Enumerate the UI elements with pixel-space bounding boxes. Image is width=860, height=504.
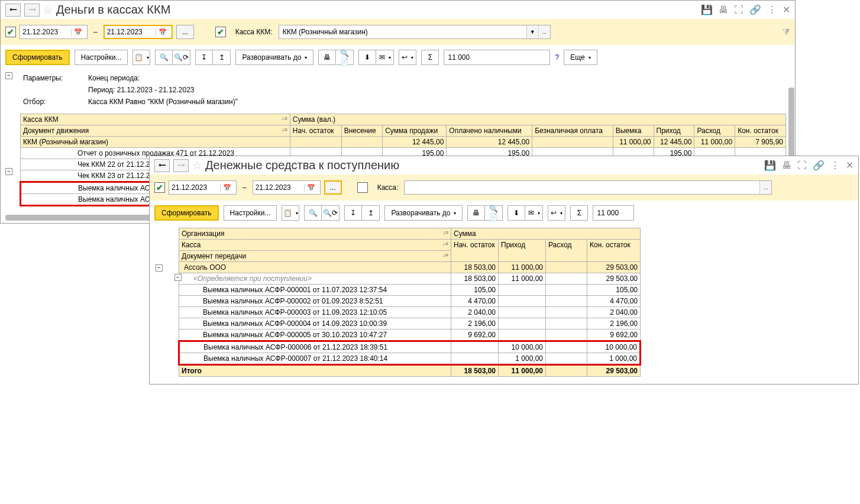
table-row[interactable]: Выемка наличных АСФР-000006 от 21.12.202… bbox=[179, 341, 641, 353]
select-ellipsis-button[interactable]: ... bbox=[759, 181, 771, 194]
expand-icon[interactable]: ⛶ bbox=[797, 160, 807, 171]
table-row[interactable]: Выемка наличных АСФР-000005 от 30.10.202… bbox=[179, 329, 641, 341]
find-button[interactable]: 🔍 bbox=[155, 50, 173, 65]
print-button[interactable]: 🖶 bbox=[467, 205, 485, 221]
select-ellipsis-button[interactable]: ... bbox=[538, 25, 550, 38]
col-sum-group[interactable]: Сумма (вал.) bbox=[290, 114, 785, 125]
table-row[interactable]: Выемка наличных АСФР-000004 от 14.09.202… bbox=[179, 318, 641, 329]
table-row[interactable]: <Определяется при поступлении>18 503,001… bbox=[179, 273, 641, 285]
save-as-button[interactable]: ⬇ bbox=[358, 50, 376, 65]
send-button[interactable]: ✉▾ bbox=[376, 50, 394, 65]
dropdown-icon[interactable]: ▼ bbox=[526, 25, 538, 38]
generate-button[interactable]: Сформировать bbox=[5, 50, 70, 65]
paste-settings-button[interactable]: 📋▾ bbox=[132, 50, 150, 65]
close-icon[interactable]: ✕ bbox=[783, 4, 790, 15]
col-doc[interactable]: Документ движения↓≡ bbox=[21, 125, 290, 137]
col-doc[interactable]: Документ передачи↓≡ bbox=[179, 251, 451, 262]
preview-button[interactable]: 🔍📄 bbox=[485, 205, 503, 221]
kassa-checkbox[interactable] bbox=[357, 182, 368, 193]
settings-button[interactable]: Настройки... bbox=[75, 50, 128, 65]
date-from-field[interactable] bbox=[22, 28, 69, 36]
save-as-button[interactable]: ⬇ bbox=[507, 205, 525, 221]
more-button[interactable]: Еще▾ bbox=[564, 50, 597, 65]
date-from-field[interactable] bbox=[172, 183, 218, 192]
search-input[interactable] bbox=[444, 50, 550, 65]
col-kon[interactable]: Кон. остаток bbox=[735, 125, 786, 137]
col-opl[interactable]: Оплачено наличными bbox=[447, 125, 532, 137]
expand-to-button[interactable]: Разворачивать до▾ bbox=[384, 205, 463, 221]
col-sum-group[interactable]: Сумма bbox=[451, 228, 641, 240]
nav-forward-button[interactable]: 🠖 bbox=[24, 4, 40, 17]
col-prih[interactable]: Приход bbox=[499, 240, 546, 262]
link-icon[interactable]: 🔗 bbox=[813, 160, 825, 171]
favorite-star-icon[interactable]: ☆ bbox=[192, 159, 202, 172]
find-button[interactable]: 🔍 bbox=[304, 205, 322, 221]
kassa-value[interactable] bbox=[405, 183, 759, 192]
nav-forward-button[interactable]: 🠖 bbox=[173, 159, 189, 172]
col-bezn[interactable]: Безналичная оплата bbox=[532, 125, 613, 137]
col-kassa[interactable]: Касса↓≡ bbox=[179, 240, 451, 251]
find-next-button[interactable]: 🔍⟳ bbox=[322, 205, 340, 221]
kassa-select[interactable]: ... bbox=[404, 180, 772, 195]
table-row[interactable]: Выемка наличных АСФР-000007 от 21.12.202… bbox=[179, 353, 641, 365]
col-kon[interactable]: Кон. остаток bbox=[587, 240, 641, 262]
send-button[interactable]: ✉▾ bbox=[525, 205, 543, 221]
close-icon[interactable]: ✕ bbox=[846, 160, 853, 171]
expand-rows-button[interactable]: ↥ bbox=[362, 205, 380, 221]
col-vnes[interactable]: Внесение bbox=[341, 125, 382, 137]
period-checkbox[interactable]: ✔ bbox=[154, 182, 165, 193]
tree-collapse-kassa[interactable]: − bbox=[174, 274, 182, 281]
search-input[interactable] bbox=[593, 205, 634, 221]
col-prih[interactable]: Приход bbox=[654, 125, 694, 137]
generate-button[interactable]: Сформировать bbox=[154, 205, 219, 221]
table-row[interactable]: Выемка наличных АСФР-000003 от 11.09.202… bbox=[179, 307, 641, 318]
tree-collapse-params[interactable]: − bbox=[5, 72, 12, 79]
col-rash[interactable]: Расход bbox=[546, 240, 587, 262]
table-row[interactable]: ККМ (Розничный магазин)12 445,0012 445,0… bbox=[21, 137, 786, 148]
table-row[interactable]: Выемка наличных АСФР-000002 от 01.09.202… bbox=[179, 296, 641, 307]
date-to-input[interactable]: 📅 bbox=[253, 180, 321, 195]
link-icon[interactable]: 🔗 bbox=[749, 4, 761, 15]
calendar-icon[interactable]: 📅 bbox=[304, 184, 318, 192]
col-nach[interactable]: Нач. остаток bbox=[451, 240, 499, 262]
expand-icon[interactable]: ⛶ bbox=[734, 5, 743, 15]
col-org[interactable]: Организация↓≡ bbox=[179, 228, 451, 240]
collapse-rows-button[interactable]: ↧ bbox=[195, 50, 213, 65]
col-sump[interactable]: Сумма продажи bbox=[383, 125, 447, 137]
date-to-field[interactable] bbox=[256, 183, 302, 192]
kassa-checkbox[interactable]: ✔ bbox=[215, 27, 226, 37]
sum-button[interactable]: Σ bbox=[570, 205, 588, 221]
sum-button[interactable]: Σ bbox=[421, 50, 439, 65]
kassa-value[interactable] bbox=[279, 28, 526, 36]
calendar-icon[interactable]: 📅 bbox=[156, 28, 169, 36]
col-vyem[interactable]: Выемка bbox=[613, 125, 654, 137]
save-icon[interactable]: 💾 bbox=[764, 160, 776, 171]
expand-to-button[interactable]: Разворачивать до▾ bbox=[235, 50, 313, 65]
calendar-icon[interactable]: 📅 bbox=[220, 184, 234, 192]
table-row[interactable]: Ассоль ООО18 503,0011 000,0029 503,00 bbox=[179, 262, 641, 273]
kebab-menu-icon[interactable]: ⋮ bbox=[767, 4, 777, 15]
tree-collapse-org[interactable]: − bbox=[156, 264, 163, 272]
preview-button[interactable]: 🔍📄 bbox=[336, 50, 354, 65]
expand-rows-button[interactable]: ↥ bbox=[213, 50, 231, 65]
paste-settings-button[interactable]: 📋▾ bbox=[282, 205, 299, 221]
find-next-button[interactable]: 🔍⟳ bbox=[173, 50, 190, 65]
search-field[interactable] bbox=[597, 209, 630, 217]
variants-button[interactable]: ↩▾ bbox=[548, 205, 565, 221]
date-from-input[interactable]: 📅 bbox=[169, 180, 237, 195]
calendar-icon[interactable]: 📅 bbox=[71, 28, 85, 36]
period-ellipsis-button[interactable]: ... bbox=[324, 180, 342, 195]
save-icon[interactable]: 💾 bbox=[701, 4, 713, 15]
period-ellipsis-button[interactable]: ... bbox=[176, 25, 194, 39]
tree-collapse-group[interactable]: − bbox=[5, 168, 12, 175]
print-icon[interactable]: 🖶 bbox=[782, 160, 791, 171]
variants-button[interactable]: ↩▾ bbox=[399, 50, 416, 65]
kebab-menu-icon[interactable]: ⋮ bbox=[830, 160, 840, 171]
favorite-star-icon[interactable]: ☆ bbox=[43, 4, 53, 17]
help-icon[interactable]: ? bbox=[555, 53, 559, 62]
print-button[interactable]: 🖶 bbox=[318, 50, 336, 65]
kassa-select[interactable]: ▼ ... bbox=[279, 25, 551, 39]
filter-funnel-icon[interactable]: ⧩ bbox=[783, 27, 790, 37]
date-from-input[interactable]: 📅 bbox=[20, 25, 88, 39]
date-to-input[interactable]: 📅 bbox=[104, 25, 173, 39]
